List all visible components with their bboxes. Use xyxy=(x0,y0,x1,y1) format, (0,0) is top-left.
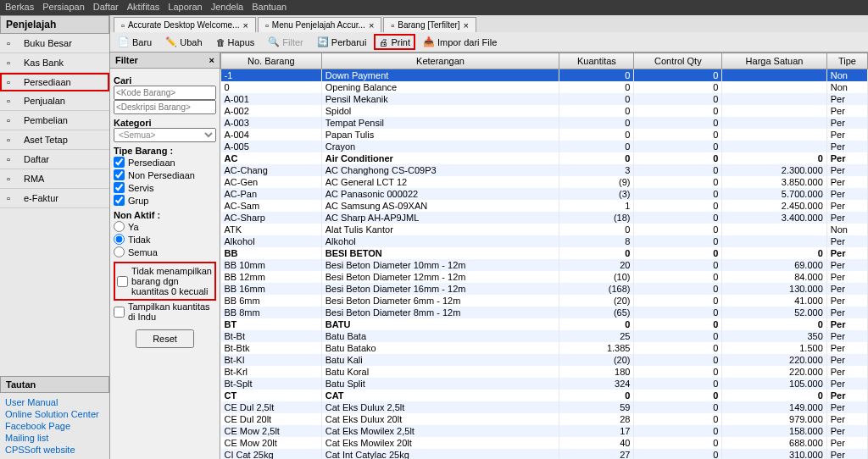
tab[interactable]: ▫Barang [Terfilter] × xyxy=(383,17,476,32)
table-row[interactable]: -1Down Payment00Non xyxy=(221,69,868,82)
table-row[interactable]: AC-SamAC Samsung AS-09XAN102.450.000Per xyxy=(221,200,868,212)
table-row[interactable]: BB 16mmBesi Beton Diameter 16mm - 12m(16… xyxy=(221,283,868,295)
nav-rma[interactable]: ▫RMA xyxy=(0,169,109,189)
tab-close-icon[interactable]: × xyxy=(242,20,248,30)
table-row[interactable]: A-003Tempat Pensil00Per xyxy=(221,117,868,129)
nav-persediaan[interactable]: ▫Persediaan xyxy=(0,73,109,91)
nav-icon: ▫ xyxy=(7,193,19,203)
link-facebook-page[interactable]: Facebook Page xyxy=(5,420,104,432)
kategori-select[interactable]: <Semua> xyxy=(114,128,216,142)
nav-aset-tetap[interactable]: ▫Aset Tetap xyxy=(0,130,109,150)
nav-icon: ▫ xyxy=(7,135,19,145)
tipe-check[interactable] xyxy=(114,157,125,168)
table-row[interactable]: CE Dul 2,5ltCat Eks Dulux 2,5lt590149.00… xyxy=(221,401,868,413)
table-row[interactable]: BB 10mmBesi Beton Diameter 10mm - 12m200… xyxy=(221,259,868,271)
nav-buku-besar[interactable]: ▫Buku Besar xyxy=(0,34,109,53)
table-row[interactable]: AC-PanAC Panasonic 000022(3)05.700.000Pe… xyxy=(221,188,868,200)
reset-button[interactable]: Reset xyxy=(136,329,194,348)
table-row[interactable]: Bt-BtkBatu Batako1.38501.500Per xyxy=(221,342,868,354)
menu-laporan[interactable]: Laporan xyxy=(168,2,202,14)
grid-body: -1Down Payment00Non0Opening Balance00Non… xyxy=(221,69,868,460)
table-row[interactable]: BBBESI BETON000Per xyxy=(221,247,868,259)
table-row[interactable]: A-002Spidol00Per xyxy=(221,105,868,117)
table-row[interactable]: BB 12mmBesi Beton Diameter 12mm - 12m(10… xyxy=(221,271,868,283)
table-row[interactable]: Bt-KlBatu Kali(20)0220.000Per xyxy=(221,354,868,366)
table-row[interactable]: CE Dul 20ltCat Eks Dulux 20lt280979.000P… xyxy=(221,413,868,425)
tipe-check[interactable] xyxy=(114,182,125,193)
table-row[interactable]: Bt-BtBatu Bata250350Per xyxy=(221,330,868,342)
menu-aktifitas[interactable]: Aktifitas xyxy=(127,2,160,14)
tipe-check[interactable] xyxy=(114,195,125,206)
table-row[interactable]: CTCAT000Per xyxy=(221,390,868,401)
tipe-check[interactable] xyxy=(114,169,125,180)
col-header[interactable]: Harga Satuan xyxy=(722,53,827,69)
col-header[interactable]: Control Qty xyxy=(634,53,722,69)
tab-icon: ▫ xyxy=(265,20,269,30)
toolbar: 📄 Baru ✏️ Ubah 🗑 Hapus 🔍 Filter 🔄 Perbar… xyxy=(110,32,868,53)
col-header[interactable]: No. Barang xyxy=(221,53,322,69)
table-row[interactable]: Bt-SpltBatu Split3240105.000Per xyxy=(221,378,868,390)
table-row[interactable]: CE Mow 20ltCat Eks Mowilex 20lt400688.00… xyxy=(221,437,868,449)
table-row[interactable]: ATKAlat Tulis Kantor00Non xyxy=(221,224,868,235)
nav-icon: ▫ xyxy=(7,96,19,106)
show-indu-check[interactable] xyxy=(114,307,125,318)
table-row[interactable]: AC-GenAC General LCT 12(9)03.850.000Per xyxy=(221,176,868,188)
menu-berkas[interactable]: Berkas xyxy=(5,2,34,14)
menu-daftar[interactable]: Daftar xyxy=(93,2,119,14)
kategori-label: Kategori xyxy=(114,118,216,128)
table-row[interactable]: A-001Pensil Mekanik00Per xyxy=(221,93,868,105)
hide-zero-check[interactable] xyxy=(117,276,128,287)
menu-persiapan[interactable]: Persiapan xyxy=(42,2,85,14)
nonaktif-radio[interactable] xyxy=(114,246,125,257)
table-row[interactable]: BB 6mmBesi Beton Diameter 6mm - 12m(20)0… xyxy=(221,295,868,307)
tab-icon: ▫ xyxy=(391,20,394,30)
col-header[interactable]: Keterangan xyxy=(321,53,559,69)
nav-e-faktur[interactable]: ▫e-Faktur xyxy=(0,189,109,208)
table-row[interactable]: AlkoholAlkohol80Per xyxy=(221,235,868,247)
table-row[interactable]: A-005Crayon00Per xyxy=(221,141,868,152)
link-online-solution-center[interactable]: Online Solution Center xyxy=(5,408,104,420)
link-user-manual[interactable]: User Manual xyxy=(5,396,104,408)
table-row[interactable]: AC-SharpAC Sharp AH-AP9JML(18)03.400.000… xyxy=(221,212,868,224)
tab-close-icon[interactable]: × xyxy=(464,20,469,30)
filter-button[interactable]: 🔍 Filter xyxy=(262,34,309,50)
nonaktif-radio[interactable] xyxy=(114,234,125,245)
table-row[interactable]: ACAir Conditioner000Per xyxy=(221,152,868,164)
table-row[interactable]: CE Mow 2,5ltCat Eks Mowilex 2,5lt170158.… xyxy=(221,425,868,437)
hapus-button[interactable]: 🗑 Hapus xyxy=(210,34,261,50)
tab[interactable]: ▫Accurate Desktop Welcome... × xyxy=(114,17,256,32)
table-row[interactable]: BTBATU000Per xyxy=(221,318,868,330)
nonaktif-radio[interactable] xyxy=(114,221,125,232)
impor-button[interactable]: 📥 Impor dari File xyxy=(417,34,503,50)
menu-bantuan[interactable]: Bantuan xyxy=(252,2,287,14)
data-grid[interactable]: No. BarangKeteranganKuantitasControl Qty… xyxy=(220,53,868,459)
tab[interactable]: ▫Menu Penjelajah Accur... × xyxy=(258,17,381,32)
table-row[interactable]: 0Opening Balance00Non xyxy=(221,81,868,93)
menu-jendela[interactable]: Jendela xyxy=(211,2,244,14)
nav-penjualan[interactable]: ▫Penjualan xyxy=(0,91,109,111)
ubah-button[interactable]: ✏️ Ubah xyxy=(159,34,208,50)
perbarui-button[interactable]: 🔄 Perbarui xyxy=(311,34,373,50)
nav-kas-bank[interactable]: ▫Kas Bank xyxy=(0,53,109,73)
print-button[interactable]: 🖨 Print xyxy=(374,34,415,50)
links: User ManualOnline Solution CenterFaceboo… xyxy=(0,393,109,459)
table-row[interactable]: Bt-KrlBatu Koral1800220.000Per xyxy=(221,366,868,378)
desc-input[interactable] xyxy=(114,100,216,114)
sidebar-title: Penjelajah xyxy=(0,15,109,34)
col-header[interactable]: Tipe xyxy=(826,53,867,69)
tab-close-icon[interactable]: × xyxy=(369,20,374,30)
nonaktif-label: Non Aktif : xyxy=(114,210,216,220)
table-row[interactable]: CI Cat 25kgCat Int Catylac 25kg270310.00… xyxy=(221,449,868,459)
table-row[interactable]: BB 8mmBesi Beton Diameter 8mm - 12m(65)0… xyxy=(221,307,868,318)
close-icon[interactable]: × xyxy=(209,55,214,65)
link-cpssoft-website[interactable]: CPSSoft website xyxy=(5,444,104,456)
col-header[interactable]: Kuantitas xyxy=(559,53,634,69)
link-mailing-list[interactable]: Mailing list xyxy=(5,432,104,444)
nav-pembelian[interactable]: ▫Pembelian xyxy=(0,111,109,130)
nav-icon: ▫ xyxy=(7,58,19,68)
table-row[interactable]: AC-ChangAC Changhong CS-C09P3302.300.000… xyxy=(221,164,868,176)
nav-daftar[interactable]: ▫Daftar xyxy=(0,150,109,169)
table-row[interactable]: A-004Papan Tulis00Per xyxy=(221,129,868,141)
baru-button[interactable]: 📄 Baru xyxy=(112,34,158,50)
kode-input[interactable] xyxy=(114,86,216,100)
